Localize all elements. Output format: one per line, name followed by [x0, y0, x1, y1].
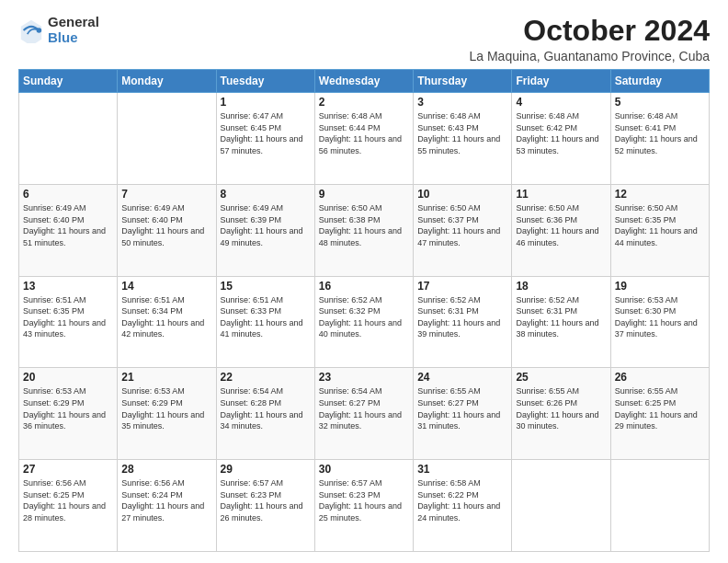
table-row	[610, 460, 709, 552]
day-number: 19	[615, 280, 705, 293]
day-number: 27	[23, 463, 113, 476]
day-number: 24	[417, 371, 507, 384]
cell-info: Sunrise: 6:55 AM Sunset: 6:25 PM Dayligh…	[615, 385, 705, 431]
day-number: 31	[417, 463, 507, 476]
day-number: 20	[23, 371, 113, 384]
cell-info: Sunrise: 6:57 AM Sunset: 6:23 PM Dayligh…	[221, 477, 311, 523]
table-row: 7Sunrise: 6:49 AM Sunset: 6:40 PM Daylig…	[118, 184, 216, 276]
day-number: 13	[23, 280, 113, 293]
day-number: 6	[23, 188, 113, 201]
header: General Blue October 2024 La Maquina, Gu…	[18, 15, 710, 63]
cell-info: Sunrise: 6:51 AM Sunset: 6:34 PM Dayligh…	[121, 294, 211, 340]
table-row: 10Sunrise: 6:50 AM Sunset: 6:37 PM Dayli…	[414, 184, 512, 276]
cell-info: Sunrise: 6:52 AM Sunset: 6:31 PM Dayligh…	[417, 294, 507, 340]
table-row	[19, 93, 118, 185]
page: General Blue October 2024 La Maquina, Gu…	[0, 0, 728, 563]
day-number: 23	[319, 371, 409, 384]
table-row: 9Sunrise: 6:50 AM Sunset: 6:38 PM Daylig…	[314, 184, 413, 276]
col-monday: Monday	[118, 70, 216, 93]
table-row: 11Sunrise: 6:50 AM Sunset: 6:36 PM Dayli…	[512, 184, 610, 276]
day-number: 10	[417, 188, 507, 201]
table-row: 8Sunrise: 6:49 AM Sunset: 6:39 PM Daylig…	[216, 184, 314, 276]
month-year-title: October 2024	[470, 15, 711, 47]
table-row: 5Sunrise: 6:48 AM Sunset: 6:41 PM Daylig…	[610, 93, 709, 185]
table-row: 17Sunrise: 6:52 AM Sunset: 6:31 PM Dayli…	[414, 276, 512, 368]
title-block: October 2024 La Maquina, Guantanamo Prov…	[470, 15, 711, 63]
table-row: 4Sunrise: 6:48 AM Sunset: 6:42 PM Daylig…	[512, 93, 610, 185]
day-number: 12	[615, 188, 705, 201]
cell-info: Sunrise: 6:54 AM Sunset: 6:28 PM Dayligh…	[221, 385, 311, 431]
cell-info: Sunrise: 6:49 AM Sunset: 6:40 PM Dayligh…	[121, 202, 211, 248]
cell-info: Sunrise: 6:55 AM Sunset: 6:26 PM Dayligh…	[516, 385, 606, 431]
table-row: 16Sunrise: 6:52 AM Sunset: 6:32 PM Dayli…	[314, 276, 413, 368]
day-number: 14	[121, 280, 211, 293]
logo-blue-text: Blue	[48, 30, 99, 46]
calendar-week-2: 6Sunrise: 6:49 AM Sunset: 6:40 PM Daylig…	[19, 184, 710, 276]
cell-info: Sunrise: 6:56 AM Sunset: 6:24 PM Dayligh…	[121, 477, 211, 523]
day-number: 25	[516, 371, 606, 384]
col-friday: Friday	[512, 70, 610, 93]
day-number: 26	[615, 371, 705, 384]
cell-info: Sunrise: 6:48 AM Sunset: 6:42 PM Dayligh…	[516, 110, 606, 156]
logo: General Blue	[18, 15, 99, 45]
day-number: 8	[221, 188, 311, 201]
table-row: 27Sunrise: 6:56 AM Sunset: 6:25 PM Dayli…	[19, 460, 118, 552]
day-number: 17	[417, 280, 507, 293]
table-row: 20Sunrise: 6:53 AM Sunset: 6:29 PM Dayli…	[19, 368, 118, 460]
col-wednesday: Wednesday	[314, 70, 413, 93]
table-row: 2Sunrise: 6:48 AM Sunset: 6:44 PM Daylig…	[314, 93, 413, 185]
day-number: 11	[516, 188, 606, 201]
cell-info: Sunrise: 6:49 AM Sunset: 6:40 PM Dayligh…	[23, 202, 113, 248]
table-row	[118, 93, 216, 185]
day-number: 18	[516, 280, 606, 293]
cell-info: Sunrise: 6:57 AM Sunset: 6:23 PM Dayligh…	[319, 477, 409, 523]
table-row: 28Sunrise: 6:56 AM Sunset: 6:24 PM Dayli…	[118, 460, 216, 552]
table-row: 14Sunrise: 6:51 AM Sunset: 6:34 PM Dayli…	[118, 276, 216, 368]
table-row: 6Sunrise: 6:49 AM Sunset: 6:40 PM Daylig…	[19, 184, 118, 276]
day-number: 1	[221, 96, 311, 109]
table-row: 29Sunrise: 6:57 AM Sunset: 6:23 PM Dayli…	[216, 460, 314, 552]
cell-info: Sunrise: 6:47 AM Sunset: 6:45 PM Dayligh…	[221, 110, 311, 156]
day-number: 4	[516, 96, 606, 109]
cell-info: Sunrise: 6:48 AM Sunset: 6:41 PM Dayligh…	[615, 110, 705, 156]
day-number: 9	[319, 188, 409, 201]
table-row: 26Sunrise: 6:55 AM Sunset: 6:25 PM Dayli…	[610, 368, 709, 460]
cell-info: Sunrise: 6:48 AM Sunset: 6:43 PM Dayligh…	[417, 110, 507, 156]
cell-info: Sunrise: 6:51 AM Sunset: 6:35 PM Dayligh…	[23, 294, 113, 340]
calendar-header-row: Sunday Monday Tuesday Wednesday Thursday…	[19, 70, 710, 93]
day-number: 7	[121, 188, 211, 201]
cell-info: Sunrise: 6:50 AM Sunset: 6:35 PM Dayligh…	[615, 202, 705, 248]
logo-icon	[18, 17, 44, 43]
cell-info: Sunrise: 6:50 AM Sunset: 6:36 PM Dayligh…	[516, 202, 606, 248]
table-row: 23Sunrise: 6:54 AM Sunset: 6:27 PM Dayli…	[314, 368, 413, 460]
cell-info: Sunrise: 6:52 AM Sunset: 6:32 PM Dayligh…	[319, 294, 409, 340]
table-row	[512, 460, 610, 552]
table-row: 24Sunrise: 6:55 AM Sunset: 6:27 PM Dayli…	[414, 368, 512, 460]
logo-general-text: General	[48, 15, 99, 30]
table-row: 21Sunrise: 6:53 AM Sunset: 6:29 PM Dayli…	[118, 368, 216, 460]
day-number: 28	[121, 463, 211, 476]
table-row: 22Sunrise: 6:54 AM Sunset: 6:28 PM Dayli…	[216, 368, 314, 460]
day-number: 15	[221, 280, 311, 293]
cell-info: Sunrise: 6:53 AM Sunset: 6:29 PM Dayligh…	[121, 385, 211, 431]
cell-info: Sunrise: 6:51 AM Sunset: 6:33 PM Dayligh…	[221, 294, 311, 340]
day-number: 29	[221, 463, 311, 476]
cell-info: Sunrise: 6:54 AM Sunset: 6:27 PM Dayligh…	[319, 385, 409, 431]
col-tuesday: Tuesday	[216, 70, 314, 93]
day-number: 2	[319, 96, 409, 109]
cell-info: Sunrise: 6:50 AM Sunset: 6:37 PM Dayligh…	[417, 202, 507, 248]
table-row: 25Sunrise: 6:55 AM Sunset: 6:26 PM Dayli…	[512, 368, 610, 460]
day-number: 30	[319, 463, 409, 476]
col-thursday: Thursday	[414, 70, 512, 93]
table-row: 15Sunrise: 6:51 AM Sunset: 6:33 PM Dayli…	[216, 276, 314, 368]
cell-info: Sunrise: 6:58 AM Sunset: 6:22 PM Dayligh…	[417, 477, 507, 523]
table-row: 30Sunrise: 6:57 AM Sunset: 6:23 PM Dayli…	[314, 460, 413, 552]
cell-info: Sunrise: 6:50 AM Sunset: 6:38 PM Dayligh…	[319, 202, 409, 248]
calendar-week-3: 13Sunrise: 6:51 AM Sunset: 6:35 PM Dayli…	[19, 276, 710, 368]
day-number: 22	[221, 371, 311, 384]
logo-text: General Blue	[48, 15, 99, 45]
table-row: 3Sunrise: 6:48 AM Sunset: 6:43 PM Daylig…	[414, 93, 512, 185]
cell-info: Sunrise: 6:53 AM Sunset: 6:29 PM Dayligh…	[23, 385, 113, 431]
day-number: 3	[417, 96, 507, 109]
cell-info: Sunrise: 6:49 AM Sunset: 6:39 PM Dayligh…	[221, 202, 311, 248]
